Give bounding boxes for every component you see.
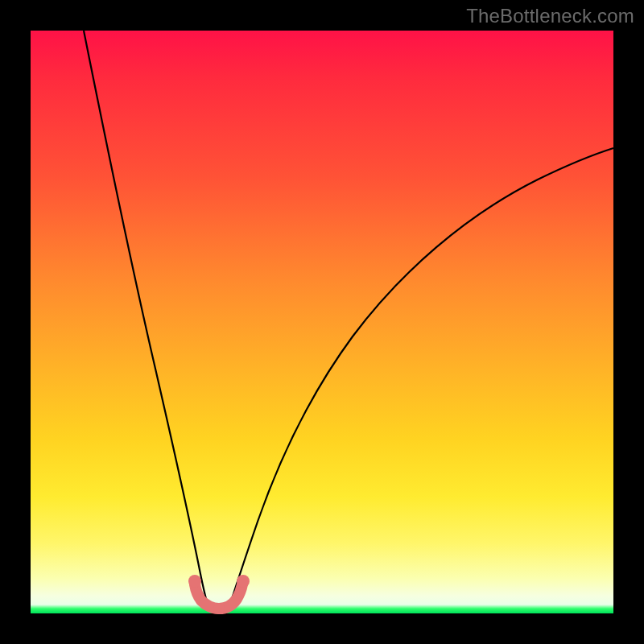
right-curve	[229, 148, 613, 609]
pink-dot-right	[237, 575, 250, 588]
left-curve	[84, 31, 209, 609]
chart-svg	[31, 31, 613, 613]
chart-frame: TheBottleneck.com	[0, 0, 644, 644]
watermark-text: TheBottleneck.com	[466, 5, 634, 27]
pink-dot-mid	[213, 603, 225, 614]
plot-area	[31, 31, 613, 613]
pink-dot-left	[188, 575, 201, 588]
